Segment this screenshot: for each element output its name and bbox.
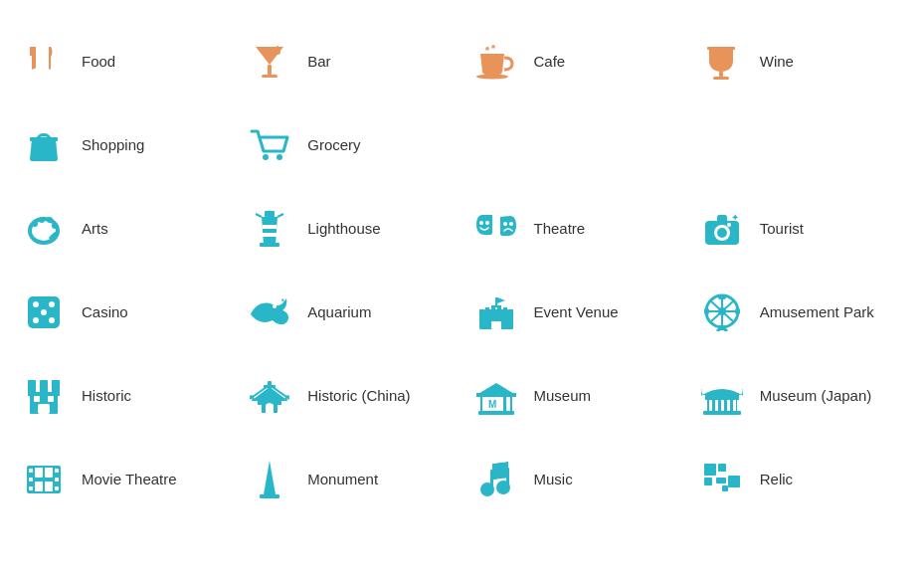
svg-point-43 [41, 309, 47, 315]
music-icon [472, 456, 520, 503]
svg-rect-12 [713, 77, 729, 80]
svg-text:✦: ✦ [731, 212, 739, 223]
svg-rect-117 [490, 470, 493, 491]
item-wine: Wine [688, 20, 914, 103]
grocery-label: Grocery [307, 135, 360, 155]
svg-rect-75 [52, 380, 60, 388]
amusement-park-label: Amusement Park [760, 302, 874, 322]
historic-icon [20, 372, 68, 420]
item-cafe: Cafe [462, 20, 688, 103]
shopping-label: Shopping [82, 135, 144, 155]
museum-japan-label: Museum (Japan) [760, 386, 872, 406]
wine-label: Wine [760, 52, 794, 72]
svg-rect-51 [497, 305, 501, 310]
svg-rect-52 [503, 307, 507, 311]
svg-point-21 [47, 217, 53, 223]
svg-rect-78 [48, 396, 54, 402]
svg-point-8 [275, 49, 280, 55]
amusement-park-icon [698, 289, 746, 336]
svg-rect-88 [499, 395, 503, 411]
svg-marker-113 [264, 461, 276, 494]
arts-label: Arts [82, 219, 108, 239]
svg-rect-73 [28, 380, 36, 388]
svg-rect-111 [35, 482, 43, 491]
aquarium-label: Aquarium [307, 302, 371, 322]
svg-marker-56 [497, 297, 505, 303]
item-historic: Historic [10, 354, 236, 438]
item-historic-china: Historic (China) [236, 354, 462, 438]
svg-rect-66 [735, 308, 740, 314]
item-bar: Bar [236, 20, 462, 103]
svg-rect-48 [479, 309, 483, 315]
svg-point-35 [717, 228, 727, 238]
svg-rect-106 [55, 469, 59, 473]
arts-icon [20, 205, 68, 253]
svg-point-31 [503, 222, 507, 226]
svg-point-39 [33, 301, 39, 307]
svg-rect-114 [260, 494, 279, 498]
svg-rect-123 [722, 485, 728, 491]
movie-theatre-label: Movie Theatre [82, 470, 177, 489]
svg-point-22 [52, 223, 58, 229]
svg-rect-50 [491, 305, 495, 310]
svg-rect-54 [491, 321, 501, 329]
historic-china-icon [246, 372, 293, 420]
svg-line-28 [277, 214, 283, 217]
svg-rect-11 [719, 72, 723, 77]
item-aquarium: Aquarium [236, 271, 462, 354]
svg-rect-74 [40, 380, 48, 388]
svg-point-20 [39, 217, 45, 223]
food-icon [20, 38, 68, 86]
tourist-label: Tourist [760, 219, 804, 239]
svg-rect-47 [505, 313, 513, 329]
svg-rect-119 [704, 464, 716, 476]
item-amusement-park: Amusement Park [688, 271, 914, 354]
svg-point-10 [476, 75, 508, 80]
svg-rect-90 [476, 393, 516, 397]
lighthouse-label: Lighthouse [307, 219, 380, 239]
item-monument: Monument [236, 438, 462, 521]
music-label: Music [534, 470, 573, 489]
monument-label: Monument [307, 470, 378, 489]
icon-grid: Food Bar [10, 20, 914, 521]
wine-icon [698, 38, 746, 86]
svg-rect-65 [704, 308, 709, 314]
museum-label: Museum [534, 386, 592, 406]
svg-rect-63 [718, 294, 726, 299]
event-venue-icon [472, 289, 520, 336]
svg-rect-77 [34, 396, 40, 402]
svg-point-19 [32, 221, 38, 227]
item-museum: M M Museum [462, 354, 688, 438]
cafe-icon [472, 38, 520, 86]
item-theatre: Theatre [462, 187, 688, 271]
svg-point-40 [49, 301, 55, 307]
svg-rect-25 [263, 225, 277, 229]
svg-rect-13 [707, 47, 735, 50]
casino-label: Casino [82, 302, 128, 322]
svg-rect-7 [262, 75, 277, 78]
svg-rect-23 [265, 211, 275, 217]
movie-theatre-icon [20, 456, 68, 503]
svg-rect-81 [252, 399, 287, 401]
item-movie-theatre: Movie Theatre [10, 438, 236, 521]
svg-rect-103 [29, 469, 33, 473]
theatre-icon [472, 205, 520, 253]
svg-rect-46 [479, 313, 487, 329]
item-museum-japan: Museum (Japan) [688, 354, 914, 438]
svg-line-27 [256, 214, 262, 217]
svg-point-44 [273, 304, 277, 308]
item-event-venue: Event Venue [462, 271, 688, 354]
historic-label: Historic [82, 386, 131, 406]
museum-icon: M M [472, 372, 520, 420]
casino-icon [20, 289, 68, 336]
svg-rect-101 [705, 395, 739, 400]
svg-rect-76 [38, 404, 50, 414]
svg-rect-108 [55, 486, 59, 490]
svg-rect-100 [733, 399, 736, 411]
item-food: Food [10, 20, 236, 103]
historic-china-label: Historic (China) [307, 386, 410, 406]
food-label: Food [82, 52, 115, 72]
svg-rect-49 [485, 307, 489, 311]
svg-rect-112 [45, 482, 53, 491]
svg-rect-6 [268, 65, 272, 75]
